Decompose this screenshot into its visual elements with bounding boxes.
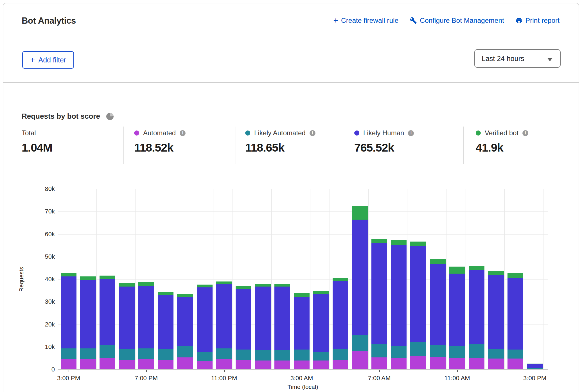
bar-segment-likely-automated[interactable] [274,350,290,361]
bar-segment-automated[interactable] [236,360,251,370]
bar-segment-verified-bot[interactable] [80,276,96,280]
create-firewall-rule-link[interactable]: + Create firewall rule [333,17,398,24]
bar-segment-likely-automated[interactable] [177,346,193,357]
bar-segment-automated[interactable] [507,359,523,370]
bar-segment-verified-bot[interactable] [197,285,213,287]
bar-segment-likely-automated[interactable] [158,349,173,360]
bar-segment-verified-bot[interactable] [158,292,173,295]
bar-segment-likely-human[interactable] [61,276,76,348]
bar-segment-verified-bot[interactable] [488,271,504,276]
bar-segment-likely-automated[interactable] [100,344,115,358]
info-icon[interactable]: i [408,130,414,136]
bar-segment-likely-human[interactable] [488,275,504,349]
bar-segment-verified-bot[interactable] [255,284,271,287]
bar-segment-automated[interactable] [352,351,368,370]
bar-segment-likely-human[interactable] [507,278,523,350]
bar-segment-likely-human[interactable] [294,296,310,349]
bar-segment-likely-automated[interactable] [197,352,213,361]
bar-segment-automated[interactable] [294,360,310,370]
bar-segment-automated[interactable] [61,359,76,370]
bar-segment-likely-human[interactable] [216,284,232,348]
bar-segment-automated[interactable] [100,358,115,370]
bar-segment-verified-bot[interactable] [294,293,310,297]
bar-segment-likely-automated[interactable] [449,346,465,358]
bar-segment-likely-human[interactable] [119,287,135,349]
bar-segment-verified-bot[interactable] [430,259,446,264]
bar-segment-automated[interactable] [391,358,407,370]
bar-segment-verified-bot[interactable] [274,284,290,287]
bar-segment-verified-bot[interactable] [527,364,543,364]
bar-segment-automated[interactable] [216,359,232,370]
bar-segment-automated[interactable] [177,357,193,370]
bar-segment-likely-human[interactable] [371,243,387,344]
bar-segment-likely-human[interactable] [352,220,368,335]
bar-segment-likely-human[interactable] [313,294,329,352]
bar-segment-likely-automated[interactable] [119,349,135,360]
bar-segment-likely-human[interactable] [527,364,543,368]
bar-segment-automated[interactable] [158,359,173,370]
bar-segment-likely-human[interactable] [255,287,271,350]
bar-segment-automated[interactable] [449,358,465,370]
bar-segment-automated[interactable] [410,356,426,370]
bar-segment-automated[interactable] [488,358,504,370]
bar-segment-likely-human[interactable] [80,280,96,348]
bar-segment-automated[interactable] [371,357,387,370]
bar-segment-likely-human[interactable] [100,279,115,345]
bar-segment-verified-bot[interactable] [391,240,407,245]
bar-segment-likely-human[interactable] [449,273,465,346]
bar-segment-likely-automated[interactable] [216,348,232,359]
bar-segment-verified-bot[interactable] [236,286,251,289]
print-report-link[interactable]: Print report [515,17,560,24]
bar-segment-verified-bot[interactable] [100,276,115,279]
bar-segment-likely-automated[interactable] [80,348,96,359]
bar-segment-verified-bot[interactable] [177,294,193,297]
bar-segment-likely-human[interactable] [177,297,193,346]
bar-segment-verified-bot[interactable] [119,283,135,287]
bar-segment-automated[interactable] [197,361,213,370]
info-icon[interactable]: i [180,130,186,136]
bar-segment-likely-automated[interactable] [410,342,426,356]
bar-segment-likely-human[interactable] [197,287,213,352]
bar-segment-automated[interactable] [274,360,290,370]
info-icon[interactable]: i [310,130,315,136]
bar-segment-likely-automated[interactable] [371,344,387,357]
bar-segment-likely-human[interactable] [410,246,426,342]
bar-segment-verified-bot[interactable] [333,278,348,281]
bar-segment-likely-human[interactable] [333,281,348,349]
bar-segment-verified-bot[interactable] [138,282,154,286]
bar-segment-verified-bot[interactable] [352,206,368,220]
bar-segment-automated[interactable] [255,360,271,370]
time-range-select[interactable]: Last 24 hours [474,49,561,68]
bar-segment-automated[interactable] [333,360,348,370]
bar-segment-likely-human[interactable] [236,289,251,350]
bar-segment-likely-automated[interactable] [294,349,310,361]
bar-segment-automated[interactable] [80,359,96,370]
bar-segment-automated[interactable] [313,360,329,370]
bar-segment-likely-human[interactable] [274,287,290,350]
bar-segment-verified-bot[interactable] [371,239,387,243]
bar-segment-verified-bot[interactable] [61,273,76,277]
bar-segment-likely-automated[interactable] [236,350,251,360]
bar-segment-likely-human[interactable] [158,295,173,349]
bar-segment-likely-automated[interactable] [469,344,484,358]
bar-segment-likely-human[interactable] [138,286,154,349]
bar-segment-verified-bot[interactable] [216,281,232,284]
bar-segment-likely-automated[interactable] [333,349,348,360]
bar-segment-likely-automated[interactable] [313,352,329,361]
bar-segment-automated[interactable] [430,357,446,370]
bar-segment-likely-human[interactable] [430,264,446,345]
bar-segment-likely-automated[interactable] [391,346,407,358]
bar-segment-likely-automated[interactable] [138,348,154,359]
bar-segment-verified-bot[interactable] [410,242,426,246]
bar-segment-likely-automated[interactable] [527,368,543,369]
bar-segment-verified-bot[interactable] [507,273,523,278]
configure-bot-management-link[interactable]: Configure Bot Management [410,17,504,24]
bar-segment-verified-bot[interactable] [469,266,484,270]
bar-segment-likely-automated[interactable] [430,345,446,357]
bar-segment-likely-automated[interactable] [352,335,368,351]
bar-segment-likely-automated[interactable] [488,349,504,359]
info-icon[interactable]: i [522,130,528,136]
add-filter-button[interactable]: + Add filter [22,51,74,69]
bar-segment-likely-automated[interactable] [255,350,271,361]
bar-segment-likely-human[interactable] [469,270,484,344]
